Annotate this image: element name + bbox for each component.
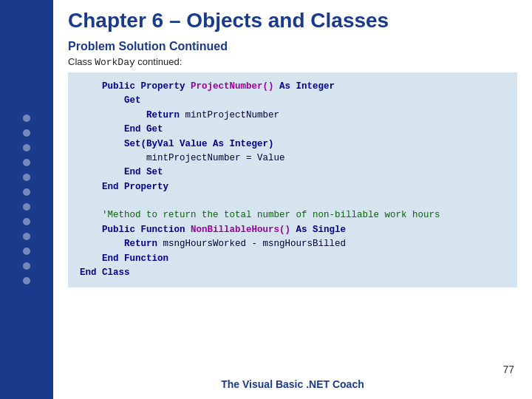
page-title: Chapter 6 – Objects and Classes bbox=[68, 9, 517, 33]
sidebar bbox=[0, 0, 53, 399]
code-line: Public Property ProjectNumber() As Integ… bbox=[80, 80, 505, 94]
footer-text: The Visual Basic .NET Coach bbox=[53, 378, 532, 390]
sidebar-dot bbox=[23, 277, 30, 284]
sidebar-dot bbox=[23, 233, 30, 240]
sidebar-dot bbox=[23, 188, 30, 196]
sidebar-dot bbox=[23, 144, 30, 151]
page-number: 77 bbox=[502, 364, 514, 375]
sidebar-dot bbox=[23, 248, 30, 255]
code-line: Return mintProjectNumber bbox=[80, 109, 505, 123]
code-line bbox=[80, 194, 505, 208]
sidebar-dot bbox=[23, 218, 30, 225]
code-block: Public Property ProjectNumber() As Integ… bbox=[68, 72, 517, 287]
sidebar-dot bbox=[23, 115, 30, 122]
code-line: mintProjectNumber = Value bbox=[80, 151, 505, 166]
code-line: 'Method to return the total number of no… bbox=[80, 208, 505, 222]
code-line: Get bbox=[80, 94, 505, 108]
code-line: Public Function NonBillableHours() As Si… bbox=[80, 223, 505, 237]
code-line: End Function bbox=[80, 252, 505, 266]
code-line: End Get bbox=[80, 123, 505, 137]
class-description: Class WorkDay continued: bbox=[68, 56, 517, 68]
sidebar-dot bbox=[23, 262, 30, 270]
sidebar-dot bbox=[23, 129, 30, 137]
section-heading: Problem Solution Continued bbox=[68, 40, 517, 53]
code-line: End Property bbox=[80, 180, 505, 194]
sidebar-dot bbox=[23, 203, 30, 211]
code-line: End Class bbox=[80, 266, 505, 280]
sidebar-dot bbox=[23, 174, 30, 181]
class-keyword: Class bbox=[68, 56, 95, 67]
code-line: End Set bbox=[80, 166, 505, 180]
code-line: Set(ByVal Value As Integer) bbox=[80, 137, 505, 151]
class-name: WorkDay bbox=[95, 57, 135, 68]
sidebar-dot bbox=[23, 159, 30, 166]
code-line: Return msngHoursWorked - msngHoursBilled bbox=[80, 237, 505, 251]
class-suffix: continued: bbox=[135, 56, 183, 67]
main-content: Chapter 6 – Objects and Classes Problem … bbox=[53, 0, 532, 399]
